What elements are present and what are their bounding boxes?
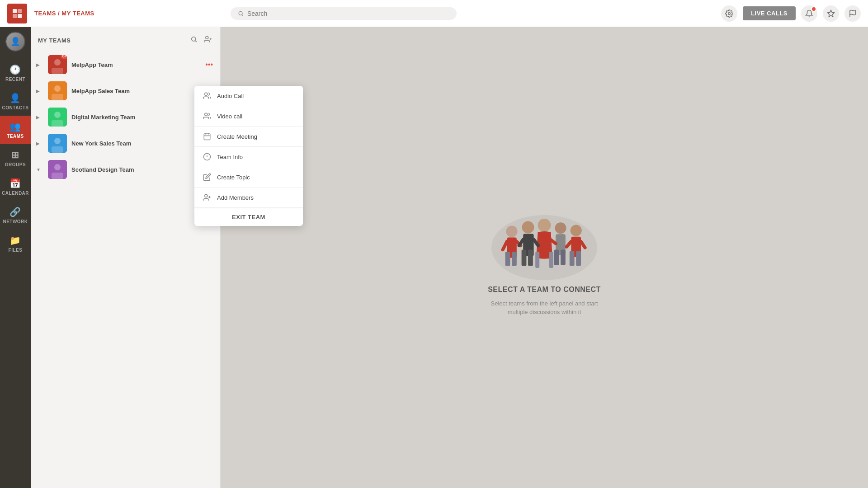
sidebar: 👤 🕐 RECENT 👤 CONTACTS 👥 TEAMS ⊞ GrouPs 📅… [0, 27, 31, 488]
flag-icon [849, 9, 857, 18]
calendar-icon: 📅 [9, 178, 21, 189]
context-menu-video-call[interactable]: Video call [194, 106, 303, 127]
svg-rect-50 [528, 249, 533, 266]
messages-button[interactable] [844, 5, 861, 22]
team-info-icon [203, 152, 212, 161]
favorites-button[interactable] [823, 5, 839, 22]
svg-rect-0 [11, 7, 24, 20]
team-item[interactable]: ▼ Scotland Design Team ••• [31, 156, 220, 183]
live-calls-button[interactable]: LIVE CALLS [743, 6, 796, 20]
search-icon [190, 36, 198, 43]
team-badge: 6+ [61, 55, 67, 59]
add-members-icon [203, 193, 212, 202]
context-menu-team-info[interactable]: Team Info [194, 147, 303, 167]
svg-point-43 [506, 225, 517, 237]
add-team-button[interactable] [203, 34, 213, 46]
context-menu-add-members[interactable]: Add Members [194, 188, 303, 208]
settings-icon-btn[interactable] [721, 5, 737, 22]
chevron-icon: ▶ [36, 62, 43, 67]
svg-point-47 [522, 221, 534, 233]
team-item[interactable]: ▶ New York Sales Team ••• [31, 130, 220, 156]
svg-rect-46 [512, 252, 517, 266]
recent-icon: 🕐 [9, 64, 21, 75]
sidebar-item-network[interactable]: 🔗 NetworK [0, 201, 31, 230]
search-teams-button[interactable] [189, 34, 198, 46]
select-team-illustration: SELECT A TEAM TO CONNECT Select teams fr… [481, 199, 608, 317]
select-team-title: SELECT A TEAM TO CONNECT [488, 286, 601, 294]
svg-point-5 [239, 11, 242, 15]
svg-rect-17 [52, 68, 63, 74]
chevron-icon: ▼ [36, 167, 43, 172]
main-content: SELECT A TEAM TO CONNECT Select teams fr… [221, 27, 868, 488]
svg-point-16 [54, 59, 61, 66]
topbar: TEAMS / MY TEAMS LIVE CALLS [0, 0, 868, 27]
svg-rect-3 [13, 14, 17, 18]
search-bar[interactable] [231, 7, 457, 20]
team-name: MelpApp Sales Team [71, 88, 199, 94]
sidebar-item-teams[interactable]: 👥 TEAMS [0, 116, 31, 144]
teams-panel-header: MY TEAMS [31, 27, 220, 52]
search-icon [238, 10, 244, 17]
svg-rect-45 [505, 252, 510, 266]
svg-rect-32 [204, 134, 210, 140]
svg-point-54 [555, 222, 566, 234]
team-thumbnail [48, 134, 67, 153]
sidebar-item-groups[interactable]: ⊞ GrouPs [0, 144, 31, 173]
svg-line-6 [242, 14, 243, 15]
svg-rect-4 [18, 14, 22, 18]
create-topic-icon [203, 173, 212, 182]
context-menu: Audio Call Video call Create Meeting Tea… [194, 86, 303, 226]
svg-rect-57 [561, 249, 566, 265]
svg-rect-26 [52, 146, 63, 153]
network-icon: 🔗 [9, 206, 21, 217]
svg-marker-8 [827, 10, 834, 16]
sidebar-item-calendar[interactable]: 📅 CALENDAR [0, 173, 31, 201]
svg-point-22 [54, 112, 61, 118]
search-input[interactable] [247, 10, 449, 17]
sidebar-item-contacts[interactable]: 👤 CONTACTS [0, 87, 31, 116]
svg-rect-49 [522, 249, 527, 266]
svg-rect-60 [570, 251, 575, 266]
svg-rect-29 [52, 173, 63, 179]
avatar[interactable]: 👤 [5, 32, 25, 52]
svg-point-28 [54, 164, 61, 170]
svg-rect-53 [549, 252, 553, 268]
team-name: New York Sales Team [71, 140, 199, 147]
chevron-icon: ▶ [36, 141, 43, 146]
team-name: MelpApp Team [71, 61, 199, 68]
topbar-actions: LIVE CALLS [721, 5, 861, 22]
svg-rect-56 [554, 249, 559, 265]
select-team-subtitle: Select teams from the left panel and sta… [481, 299, 608, 317]
teams-panel-actions [189, 34, 213, 46]
svg-point-25 [54, 138, 61, 144]
sidebar-item-recent[interactable]: 🕐 RECENT [0, 59, 31, 87]
svg-point-30 [205, 93, 208, 95]
team-thumbnail: 6+ [48, 55, 67, 74]
team-item[interactable]: ▶ MelpApp Sales Team ••• [31, 78, 220, 104]
add-team-icon [204, 35, 212, 43]
svg-point-7 [728, 12, 731, 14]
teams-panel: MY TEAMS ▶ 6+ MelpApp Team ••• ▶ [31, 27, 221, 488]
svg-point-10 [192, 37, 196, 41]
team-thumbnail [48, 160, 67, 179]
svg-rect-61 [576, 251, 581, 266]
video-call-icon [203, 112, 212, 121]
team-item[interactable]: ▶ Digital Marketing Team ••• [31, 104, 220, 130]
teams-panel-title: MY TEAMS [38, 37, 71, 44]
notifications-button[interactable] [801, 5, 817, 22]
svg-point-31 [205, 113, 208, 116]
svg-point-58 [571, 225, 582, 236]
team-name: Scotland Design Team [71, 166, 199, 173]
team-thumbnail [48, 108, 67, 127]
team-more-button[interactable]: ••• [203, 59, 215, 70]
context-menu-audio-call[interactable]: Audio Call [194, 86, 303, 106]
context-menu-create-meeting[interactable]: Create Meeting [194, 127, 303, 147]
audio-call-icon [203, 91, 212, 100]
svg-point-39 [205, 194, 208, 197]
team-item[interactable]: ▶ 6+ MelpApp Team ••• [31, 52, 220, 78]
sidebar-item-files[interactable]: 📁 FILES [0, 230, 31, 258]
main-layout: 👤 🕐 RECENT 👤 CONTACTS 👥 TEAMS ⊞ GrouPs 📅… [0, 27, 868, 488]
svg-rect-1 [13, 9, 17, 13]
context-menu-create-topic[interactable]: Create Topic [194, 167, 303, 188]
context-menu-exit-team[interactable]: EXIT TEAM [194, 208, 303, 226]
